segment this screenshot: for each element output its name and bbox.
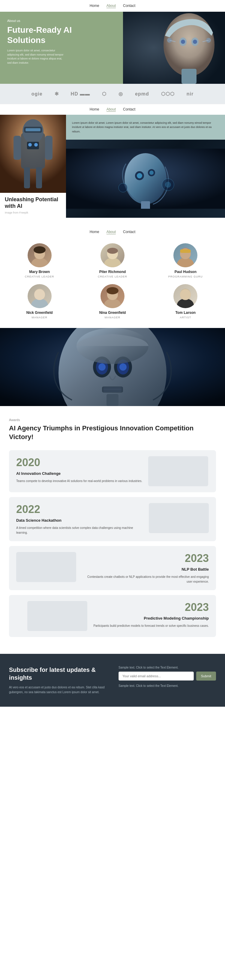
team-avatar-0	[28, 243, 52, 267]
award-card-2: 2023 NLP Bot Battle Contestants create c…	[9, 546, 216, 590]
award-card-1: 2022 Data Science Hackathon A timed comp…	[9, 497, 216, 541]
nav2: Home About Contact	[0, 104, 225, 115]
logo-dots: ⬡⬡⬡	[161, 91, 174, 97]
subscribe-button[interactable]: Submit	[196, 671, 216, 681]
svg-point-20	[34, 143, 38, 146]
award-name-0: AI Innovation Challenge	[16, 471, 142, 476]
svg-point-64	[98, 363, 106, 371]
svg-point-30	[119, 183, 127, 192]
logo-ogie: ogie	[32, 91, 43, 97]
robot-svg-1	[0, 115, 66, 193]
award-inner-3: 2023 Predictive Modeling Championship Pa…	[16, 601, 209, 631]
nav-home[interactable]: Home	[90, 3, 99, 8]
nav2-about[interactable]: About	[106, 107, 116, 112]
awards-label: Awards	[9, 418, 216, 422]
image-credit: Image from Freepik	[5, 211, 61, 214]
award-desc-0: Teams compete to develop innovative AI s…	[16, 479, 142, 484]
nav-contact[interactable]: Contact	[123, 3, 135, 8]
svg-point-26	[149, 170, 154, 175]
award-inner-1: 2022 Data Science Hackathon A timed comp…	[16, 503, 209, 535]
team-name-0: Mary Brown	[29, 270, 50, 274]
award-desc-1: A timed competition where data scientist…	[16, 526, 143, 535]
svg-rect-42	[180, 249, 191, 253]
team-avatar-4	[100, 284, 125, 308]
subscribe-left: Subscribe for latest updates & insights …	[9, 666, 106, 695]
logo-nir: nir	[187, 91, 193, 97]
svg-rect-6	[182, 69, 196, 84]
info-box: Lorem ipsum dolor sit amet. Lorem ipsum …	[66, 115, 225, 140]
award-left-2: 2023 NLP Bot Battle Contestants create c…	[82, 552, 209, 584]
svg-point-5	[193, 40, 197, 44]
team-name-3: Nick Greenfield	[26, 310, 53, 315]
svg-point-24	[137, 173, 142, 178]
logo-icon2: ⬡	[102, 91, 106, 97]
svg-rect-27	[141, 201, 150, 209]
email-form: Submit	[119, 671, 216, 681]
award-left-0: 2020 AI Innovation Challenge Teams compe…	[16, 456, 142, 484]
team-role-5: Artist	[180, 316, 191, 319]
svg-rect-63	[106, 394, 119, 406]
svg-rect-14	[14, 136, 21, 160]
subscribe-description: At vero eos et accusam et justo duo dolo…	[9, 685, 106, 695]
section2-left: Unleashing Potential with AI Image from …	[0, 115, 66, 218]
section2-right: Lorem ipsum dolor sit amet. Lorem ipsum …	[66, 115, 225, 218]
team-role-3: Manager	[32, 316, 48, 319]
team-nav-contact[interactable]: Contact	[123, 230, 135, 234]
info-text: Lorem ipsum dolor sit amet. Lorem ipsum …	[72, 121, 219, 134]
hero-image	[123, 12, 225, 84]
team-card-3: Nick Greenfield Manager	[6, 284, 73, 319]
team-name-1: Piter Richmond	[99, 270, 126, 274]
svg-rect-16	[24, 167, 30, 188]
award-year-3: 2023	[93, 601, 209, 614]
hero-content: About us Future-Ready AI Solutions Lorem…	[7, 19, 73, 65]
award-desc-3: Participants build predictive models to …	[93, 624, 209, 628]
team-avatar-1	[100, 243, 125, 267]
team-avatar-5	[173, 284, 197, 308]
hero-robot-svg	[123, 12, 225, 84]
team-nav-home[interactable]: Home	[90, 230, 99, 234]
award-year-2: 2023	[82, 552, 209, 565]
team-card-2: Paul Hudson Programming Guru	[152, 243, 219, 278]
svg-point-45	[34, 289, 45, 300]
team-name-4: Nina Greenfield	[99, 310, 126, 315]
subscribe-right: Sample text. Click to select the Text El…	[119, 666, 216, 687]
hero-about-label: About us	[7, 19, 73, 22]
nav2-home[interactable]: Home	[90, 107, 99, 112]
nav-about[interactable]: About	[106, 3, 116, 8]
section2-caption: Unleashing Potential with AI Image from …	[0, 193, 66, 218]
subscribe-section: Subscribe for latest updates & insights …	[0, 654, 225, 707]
team-avatar-2	[173, 243, 197, 267]
award-left-3: 2023 Predictive Modeling Championship Pa…	[93, 601, 209, 628]
svg-rect-13	[25, 128, 41, 131]
team-card-4: Nina Greenfield Manager	[79, 284, 146, 319]
award-year-0: 2020	[16, 456, 142, 469]
team-section: Home About Contact Mary Brown Creative L…	[0, 218, 225, 328]
svg-rect-15	[45, 136, 52, 160]
awards-title: AI Agency Triumphs in Prestigious Innova…	[9, 424, 216, 441]
banner-svg	[0, 328, 225, 406]
logo-hd: HD ▬▬	[71, 91, 90, 97]
award-card-0: 2020 AI Innovation Challenge Teams compe…	[9, 450, 216, 492]
top-nav: Home About Contact	[0, 0, 225, 12]
svg-point-29	[165, 182, 171, 188]
svg-point-52	[180, 289, 191, 300]
svg-point-22	[125, 153, 166, 204]
logos-section: ogie ✻ HD ▬▬ ⬡ ◎ epmd ⬡⬡⬡ nir	[0, 84, 225, 104]
hero-description: Lorem ipsum dolor sit amet, consectetur …	[7, 49, 67, 65]
award-left-1: 2022 Data Science Hackathon A timed comp…	[16, 503, 143, 535]
svg-point-65	[119, 363, 127, 371]
award-card-3: 2023 Predictive Modeling Championship Pa…	[9, 595, 216, 637]
nav2-contact[interactable]: Contact	[123, 107, 135, 112]
robot-image-2	[66, 140, 225, 218]
award-spacer-1	[149, 503, 209, 533]
svg-point-4	[181, 40, 185, 44]
robot-image-1	[0, 115, 66, 193]
robot-svg-2	[66, 149, 225, 209]
award-inner-0: 2020 AI Innovation Challenge Teams compe…	[16, 456, 209, 486]
svg-point-49	[106, 287, 119, 294]
section2: Unleashing Potential with AI Image from …	[0, 115, 225, 218]
logo-icon1: ✻	[55, 91, 59, 97]
email-input[interactable]	[119, 671, 194, 681]
team-nav-about[interactable]: About	[106, 230, 116, 234]
award-name-3: Predictive Modeling Championship	[93, 616, 209, 621]
